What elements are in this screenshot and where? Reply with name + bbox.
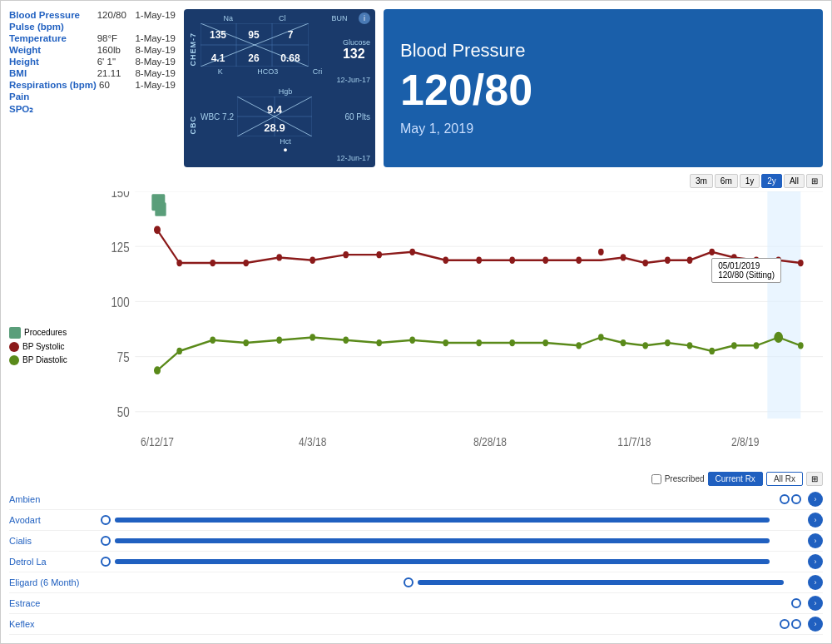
chart-settings-icon[interactable]: ⊞ bbox=[806, 174, 823, 188]
cbc-section: CBC Hgb WBC 7.2 9.4 bbox=[189, 87, 370, 162]
cbc-fishbone-svg: 9.4 28.9 bbox=[237, 97, 312, 136]
svg-text:4/3/18: 4/3/18 bbox=[299, 435, 326, 449]
med-arrow-avodart[interactable]: › bbox=[808, 513, 823, 528]
svg-point-62 bbox=[154, 366, 161, 374]
chart-legend: Procedures BP Systolic BP Diastolic bbox=[9, 191, 84, 467]
bp-panel-title: Blood Pressure bbox=[400, 40, 806, 62]
med-circle-left-cialis bbox=[101, 536, 111, 546]
info-icon[interactable]: i bbox=[359, 12, 370, 24]
chart-controls: 3m 6m 1y 2y All ⊞ bbox=[9, 174, 823, 188]
vital-row-pulse[interactable]: Pulse (bpm) bbox=[9, 21, 176, 32]
med-arrow-cialis[interactable]: › bbox=[808, 533, 823, 548]
vital-row-blood-pressure[interactable]: Blood Pressure 120/80 1-May-19 bbox=[9, 9, 176, 21]
vital-date-resp: 1-May-19 bbox=[135, 80, 176, 90]
svg-text:6/12/17: 6/12/17 bbox=[141, 435, 174, 449]
med-bar-detrol bbox=[115, 559, 770, 564]
cbc-date: 12-Jun-17 bbox=[201, 154, 370, 162]
svg-point-44 bbox=[343, 251, 349, 258]
med-arrow-eligard[interactable]: › bbox=[808, 575, 823, 590]
svg-point-42 bbox=[276, 254, 282, 260]
hco3-label: HCO3 bbox=[257, 67, 278, 76]
chem-cbc-panel[interactable]: CHEM-7 Na Cl BUN bbox=[184, 9, 375, 167]
med-row-cialis[interactable]: Cialis › bbox=[9, 531, 823, 552]
svg-point-50 bbox=[542, 257, 548, 264]
svg-point-51 bbox=[576, 257, 582, 264]
medication-list: Ambien › Avodart › Cialis bbox=[9, 489, 823, 635]
med-circle-left-eligard bbox=[404, 577, 414, 587]
all-rx-btn[interactable]: All Rx bbox=[766, 472, 803, 486]
main-container: Blood Pressure 120/80 1-May-19 Pulse (bp… bbox=[0, 0, 832, 644]
svg-point-61 bbox=[798, 260, 804, 266]
svg-point-45 bbox=[376, 251, 382, 258]
svg-point-81 bbox=[709, 348, 715, 354]
med-row-eligard[interactable]: Eligard (6 Month) › bbox=[9, 572, 823, 593]
legend-bp-diastolic-icon bbox=[9, 355, 19, 365]
vital-date-bp: 1-May-19 bbox=[135, 10, 176, 20]
svg-point-68 bbox=[343, 337, 349, 344]
svg-text:4.1: 4.1 bbox=[211, 52, 225, 64]
cri-label: Cri bbox=[313, 67, 323, 76]
chem7-section: CHEM-7 Na Cl BUN bbox=[189, 14, 370, 84]
svg-point-49 bbox=[509, 257, 515, 264]
med-arrow-keflex[interactable]: › bbox=[808, 617, 823, 632]
med-row-ambien[interactable]: Ambien › bbox=[9, 489, 823, 510]
time-btn-6m[interactable]: 6m bbox=[715, 174, 738, 188]
vital-row-height[interactable]: Height 6' 1" 8-May-19 bbox=[9, 56, 176, 67]
prescribed-checkbox[interactable] bbox=[651, 474, 661, 484]
svg-text:0.68: 0.68 bbox=[280, 52, 300, 64]
med-name-cialis: Cialis bbox=[9, 536, 101, 546]
vital-row-weight[interactable]: Weight 160lb 8-May-19 bbox=[9, 44, 176, 56]
meds-settings-icon[interactable]: ⊞ bbox=[806, 472, 823, 486]
svg-point-84 bbox=[774, 332, 783, 343]
med-circle-left-avodart bbox=[101, 515, 111, 525]
med-row-detrol[interactable]: Detrol La › bbox=[9, 552, 823, 572]
med-arrow-estrace[interactable]: › bbox=[808, 596, 823, 611]
vital-row-temp[interactable]: Temperature 98°F 1-May-19 bbox=[9, 32, 176, 44]
med-row-keflex[interactable]: Keflex › bbox=[9, 614, 823, 635]
time-btn-all[interactable]: All bbox=[784, 174, 805, 188]
med-arrow-ambien[interactable]: › bbox=[808, 492, 823, 507]
svg-text:9.4: 9.4 bbox=[267, 103, 283, 116]
time-btn-2y[interactable]: 2y bbox=[761, 174, 782, 188]
vital-row-spo2[interactable]: SPO₂ bbox=[9, 102, 176, 116]
vital-value-pulse bbox=[117, 22, 151, 32]
med-bar-area-detrol bbox=[101, 555, 805, 568]
chem7-date: 12-Jun-17 bbox=[201, 76, 370, 84]
med-bar-area-avodart bbox=[101, 513, 805, 527]
chart-section: 3m 6m 1y 2y All ⊞ Procedures BP Systolic bbox=[9, 174, 823, 467]
vital-date-temp: 1-May-19 bbox=[135, 33, 176, 43]
vital-label-resp: Respirations (bpm) bbox=[9, 80, 97, 90]
vital-value-height: 6' 1" bbox=[97, 57, 131, 67]
legend-procedures-label: Procedures bbox=[24, 328, 67, 337]
med-name-ambien: Ambien bbox=[9, 494, 101, 504]
svg-point-55 bbox=[665, 257, 671, 264]
vital-label-bmi: BMI bbox=[9, 68, 92, 78]
vital-value-temp: 98°F bbox=[97, 33, 131, 43]
svg-point-41 bbox=[243, 260, 249, 266]
med-row-avodart[interactable]: Avodart › bbox=[9, 510, 823, 531]
vital-row-resp[interactable]: Respirations (bpm) 60 1-May-19 bbox=[9, 79, 176, 91]
svg-point-75 bbox=[576, 342, 582, 349]
time-btn-3m[interactable]: 3m bbox=[690, 174, 713, 188]
med-row-estrace[interactable]: Estrace › bbox=[9, 593, 823, 614]
medications-section: Prescribed Current Rx All Rx ⊞ Ambien › … bbox=[9, 472, 823, 635]
med-circle2-keflex bbox=[791, 619, 801, 629]
tooltip-date: 05/01/2019 bbox=[718, 261, 775, 270]
vital-row-bmi[interactable]: BMI 21.11 8-May-19 bbox=[9, 67, 176, 79]
med-name-detrol: Detrol La bbox=[9, 557, 101, 567]
current-rx-btn[interactable]: Current Rx bbox=[708, 472, 763, 486]
med-bar-area-estrace bbox=[101, 597, 791, 610]
vital-label-bp: Blood Pressure bbox=[9, 10, 92, 20]
svg-text:100: 100 bbox=[111, 295, 129, 310]
med-arrow-detrol[interactable]: › bbox=[808, 554, 823, 569]
cbc-hct-label: Hct bbox=[201, 137, 370, 146]
svg-text:135: 135 bbox=[210, 29, 226, 41]
time-btn-1y[interactable]: 1y bbox=[740, 174, 760, 188]
med-bar-cialis bbox=[115, 538, 770, 543]
vital-row-pain[interactable]: Pain bbox=[9, 91, 176, 102]
svg-text:50: 50 bbox=[117, 404, 130, 420]
svg-point-63 bbox=[176, 348, 182, 354]
k-label: K bbox=[218, 67, 223, 76]
legend-bp-systolic-icon bbox=[9, 342, 19, 352]
vital-label-pulse: Pulse (bpm) bbox=[9, 22, 92, 32]
